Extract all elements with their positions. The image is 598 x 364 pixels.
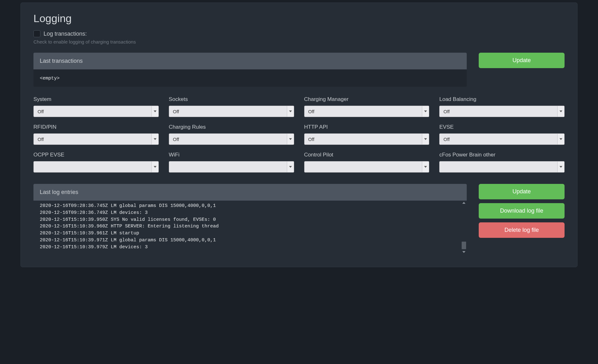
- log-level-value: Off: [305, 134, 422, 144]
- chevron-down-icon: [557, 106, 564, 117]
- log-transactions-row: Log transactions:: [33, 30, 565, 37]
- log-level-value: [440, 161, 557, 172]
- log-level-select[interactable]: Off: [439, 106, 565, 117]
- chevron-down-icon: [557, 134, 564, 144]
- download-log-button[interactable]: Download log file: [479, 203, 565, 219]
- chevron-down-icon: [422, 134, 429, 144]
- log-level-field: RFID/PINOff: [33, 124, 159, 145]
- log-level-field: HTTP APIOff: [304, 124, 429, 145]
- page-title: Logging: [33, 12, 565, 25]
- chevron-down-icon: [287, 134, 294, 144]
- log-level-field: EVSEOff: [439, 124, 565, 145]
- log-level-label: OCPP EVSE: [33, 152, 159, 158]
- chevron-down-icon: [287, 161, 294, 172]
- log-level-value: Off: [34, 106, 151, 117]
- last-transactions-content: <empty>: [40, 76, 60, 81]
- log-level-value: Off: [440, 134, 557, 144]
- log-transactions-checkbox[interactable]: [33, 30, 40, 37]
- logging-panel: Logging Log transactions: Check to enabl…: [21, 3, 577, 267]
- log-level-select[interactable]: Off: [304, 133, 429, 145]
- delete-log-button[interactable]: Delete log file: [479, 222, 565, 238]
- log-level-value: [305, 161, 422, 172]
- log-level-label: cFos Power Brain other: [439, 152, 565, 158]
- last-log-content: 2020-12-16T09:28:36.745Z LM global param…: [40, 203, 460, 250]
- log-level-field: Charging ManagerOff: [304, 96, 429, 117]
- log-level-field: Control Pilot: [304, 152, 429, 173]
- chevron-down-icon: [422, 106, 429, 117]
- chevron-down-icon: [151, 106, 158, 117]
- log-level-field: OCPP EVSE: [33, 152, 159, 173]
- last-transactions-card: Last transactions <empty>: [33, 53, 467, 87]
- log-level-select[interactable]: [33, 161, 159, 173]
- last-log-header: Last log entries: [33, 184, 467, 201]
- log-level-label: System: [33, 96, 159, 103]
- log-level-label: Sockets: [169, 96, 294, 103]
- log-level-field: WiFi: [169, 152, 294, 173]
- log-level-value: Off: [169, 134, 287, 144]
- log-level-label: Control Pilot: [304, 152, 429, 158]
- log-level-field: Charging RulesOff: [169, 124, 294, 145]
- log-transactions-help: Check to enable logging of charging tran…: [33, 39, 565, 44]
- chevron-down-icon: [151, 134, 158, 144]
- log-level-field: SystemOff: [33, 96, 159, 117]
- log-level-select[interactable]: Off: [169, 133, 294, 145]
- update-transactions-button[interactable]: Update: [479, 53, 565, 68]
- log-level-value: [169, 161, 287, 172]
- log-level-value: Off: [305, 106, 422, 117]
- chevron-down-icon: [557, 161, 564, 172]
- log-level-field: SocketsOff: [169, 96, 294, 117]
- scroll-thumb[interactable]: [462, 242, 466, 249]
- log-scrollbar[interactable]: [462, 201, 466, 254]
- update-log-button[interactable]: Update: [479, 184, 565, 199]
- log-level-label: RFID/PIN: [33, 124, 159, 130]
- last-transactions-body: <empty>: [33, 69, 467, 87]
- log-level-select[interactable]: Off: [33, 133, 159, 145]
- log-level-value: [34, 161, 151, 172]
- log-level-field: Load BalancingOff: [439, 96, 565, 117]
- log-level-label: Charging Rules: [169, 124, 294, 130]
- log-level-select[interactable]: [439, 161, 565, 173]
- last-log-card: Last log entries 2020-12-16T09:28:36.745…: [33, 184, 467, 254]
- log-level-value: Off: [34, 134, 151, 144]
- log-level-field: cFos Power Brain other: [439, 152, 565, 173]
- log-transactions-label: Log transactions:: [44, 31, 87, 37]
- scroll-up-icon[interactable]: [462, 201, 466, 205]
- last-log-body[interactable]: 2020-12-16T09:28:36.745Z LM global param…: [33, 201, 467, 254]
- chevron-down-icon: [422, 161, 429, 172]
- log-level-select[interactable]: Off: [169, 106, 294, 117]
- last-transactions-header: Last transactions: [33, 53, 467, 69]
- log-level-select[interactable]: Off: [33, 106, 159, 117]
- log-level-value: Off: [440, 106, 557, 117]
- log-level-select[interactable]: [169, 161, 294, 173]
- log-level-label: HTTP API: [304, 124, 429, 130]
- log-level-label: EVSE: [439, 124, 565, 130]
- log-level-value: Off: [169, 106, 287, 117]
- log-level-select[interactable]: Off: [304, 106, 429, 117]
- log-level-label: Load Balancing: [439, 96, 565, 103]
- scroll-down-icon[interactable]: [462, 250, 466, 254]
- chevron-down-icon: [151, 161, 158, 172]
- log-level-label: WiFi: [169, 152, 294, 158]
- log-level-select[interactable]: Off: [439, 133, 565, 145]
- log-level-select[interactable]: [304, 161, 429, 173]
- chevron-down-icon: [287, 106, 294, 117]
- log-level-label: Charging Manager: [304, 96, 429, 103]
- logging-levels-grid: SystemOffSocketsOffCharging ManagerOffLo…: [33, 96, 565, 173]
